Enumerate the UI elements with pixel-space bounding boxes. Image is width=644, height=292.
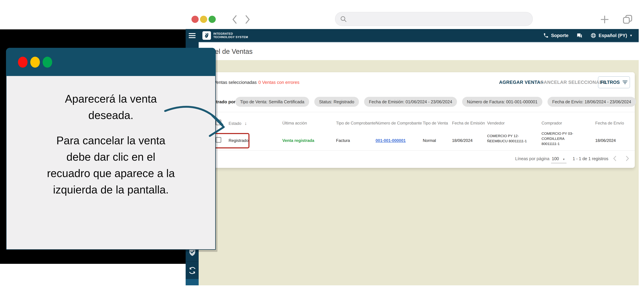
cell-tipo-comprobante: Factura bbox=[336, 138, 350, 143]
popup-titlebar bbox=[6, 48, 216, 76]
refresh-icon[interactable] bbox=[188, 267, 196, 275]
selected-count: 0 Ventas seleccionadas bbox=[210, 80, 257, 85]
col-tipo-comprobante[interactable]: Tipo de Comprobante bbox=[336, 121, 376, 126]
filters-button[interactable]: FILTROS bbox=[598, 76, 630, 88]
globe-icon bbox=[590, 33, 596, 38]
cell-comprador: COMERCIO PY 03-CORDILLERA 80011111-1 bbox=[542, 131, 578, 146]
popup-message-1: Aparecerá la venta deseada. bbox=[6, 91, 215, 124]
filter-chip[interactable]: Fecha de Emisión: 01/06/2024 - 23/06/202… bbox=[364, 97, 457, 107]
traffic-light-red-icon[interactable] bbox=[18, 57, 28, 68]
filter-chip[interactable]: Status: Registrado bbox=[314, 97, 359, 107]
col-tipo-venta[interactable]: Tipo de Venta bbox=[423, 121, 448, 126]
filter-chips: Tipo de Venta: Semilla Certificada Statu… bbox=[235, 97, 636, 107]
col-estado[interactable]: Estado ↓ bbox=[228, 121, 247, 126]
chevron-right-icon[interactable] bbox=[624, 155, 630, 162]
cell-fecha-emision: 18/06/2024 bbox=[452, 138, 472, 143]
filter-chip[interactable]: Número de Factura: 001-001-000001 bbox=[462, 97, 542, 107]
select-all-checkbox[interactable] bbox=[216, 120, 221, 125]
page-title-band: Panel de Ventas bbox=[186, 42, 639, 60]
menu-icon[interactable] bbox=[189, 32, 196, 39]
language-selector[interactable]: Español (PY) ▼ bbox=[590, 33, 632, 38]
cell-vendedor: COMERCIO PY 12-ÑEEMBUCU 80011111-1 bbox=[487, 133, 538, 144]
new-tab-icon[interactable] bbox=[600, 15, 610, 24]
col-numero-comprobante[interactable]: Número de Comprobante bbox=[376, 121, 422, 126]
caret-down-icon: ▼ bbox=[630, 34, 632, 37]
popup-message-2: Para cancelar la venta debe dar clic en … bbox=[6, 132, 215, 198]
browser-chrome bbox=[0, 0, 644, 29]
lines-per-page-label: Líneas por página bbox=[515, 156, 550, 161]
tab-overview-icon[interactable] bbox=[622, 14, 633, 25]
chevron-left-icon[interactable] bbox=[612, 155, 618, 162]
caret-down-icon: ▼ bbox=[562, 158, 565, 161]
filter-icon bbox=[622, 80, 628, 84]
sidebar-rail-footer bbox=[186, 279, 199, 285]
filter-chip[interactable]: Tipo de Venta: Semilla Certificada bbox=[235, 97, 309, 107]
back-icon[interactable] bbox=[231, 15, 238, 24]
traffic-light-red-icon[interactable] bbox=[192, 16, 199, 23]
cell-fecha-envio: 18/06/2024 bbox=[595, 138, 616, 143]
filter-chip[interactable]: Fecha de Envío: 18/06/2024 - 23/06/2024 bbox=[548, 97, 636, 107]
brand-logo-icon bbox=[202, 31, 211, 40]
col-fecha-emision[interactable]: Fecha de Emisión bbox=[452, 121, 485, 126]
traffic-light-green-icon[interactable] bbox=[208, 16, 216, 23]
traffic-light-yellow-icon[interactable] bbox=[200, 16, 207, 23]
col-vendedor[interactable]: Vendedor bbox=[487, 121, 505, 126]
filters-button-label: FILTROS bbox=[600, 80, 620, 85]
cell-ultima-accion: Venta registrada bbox=[282, 138, 314, 143]
tutorial-popup: Aparecerá la venta deseada. Para cancela… bbox=[6, 48, 216, 250]
cancel-selected-button[interactable]: CANCELAR SELECCIONADO bbox=[540, 80, 606, 85]
col-ultima-accion[interactable]: Última acción bbox=[282, 121, 307, 126]
page-size-select[interactable]: 100 ▼ bbox=[551, 156, 566, 163]
records-range: 1 - 1 de 1 registros bbox=[573, 156, 608, 161]
chat-icon[interactable] bbox=[576, 32, 582, 39]
support-link[interactable]: Soporte bbox=[543, 33, 568, 38]
search-icon bbox=[340, 15, 347, 22]
row-checkbox[interactable] bbox=[216, 137, 221, 143]
phone-icon bbox=[543, 33, 549, 38]
cell-tipo-venta: Normal bbox=[423, 138, 436, 143]
col-fecha-envio[interactable]: Fecha de Envío bbox=[595, 121, 624, 126]
error-count: 0 Ventas con errores bbox=[258, 80, 300, 85]
sales-panel-card: 0 Ventas seleccionadas 0 Ventas con erro… bbox=[211, 72, 635, 168]
sort-down-icon[interactable]: ↓ bbox=[244, 121, 247, 126]
support-label: Soporte bbox=[551, 33, 568, 38]
traffic-light-yellow-icon[interactable] bbox=[30, 57, 40, 68]
cell-estado: Registrado bbox=[228, 138, 248, 143]
search-input[interactable] bbox=[347, 16, 532, 22]
col-comprador[interactable]: Comprador bbox=[542, 121, 562, 126]
language-label: Español (PY) bbox=[599, 33, 627, 38]
forward-icon[interactable] bbox=[244, 15, 252, 24]
traffic-light-green-icon[interactable] bbox=[42, 57, 52, 68]
add-sales-button[interactable]: AGREGAR VENTAS bbox=[499, 80, 544, 85]
brand-name: INTEGRATED TECHNOLOGY SYSTEM bbox=[213, 32, 248, 39]
cell-numero-comprobante-link[interactable]: 001-001-000001 bbox=[376, 138, 406, 143]
browser-search-bar[interactable] bbox=[335, 12, 533, 26]
app-header: INTEGRATED TECHNOLOGY SYSTEM Soporte Esp… bbox=[186, 29, 639, 42]
